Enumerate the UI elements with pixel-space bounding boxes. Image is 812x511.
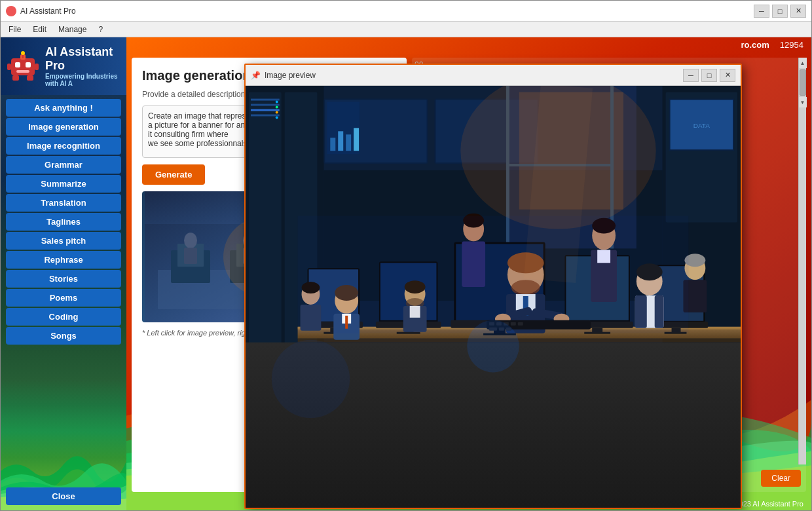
sidebar-close-area: Close [1,482,126,510]
preview-window-controls: ─ □ ✕ [683,69,735,82]
website-text: ro.com [741,40,769,50]
svg-rect-21 [184,248,197,264]
preview-close-btn[interactable]: ✕ [720,69,735,82]
svg-rect-31 [249,92,282,353]
svg-point-40 [276,116,278,119]
nav-sales-pitch[interactable]: Sales pitch [6,232,121,250]
svg-point-139 [272,340,350,418]
maximize-button[interactable]: □ [772,5,788,18]
app-panel: ro.com 12954 Image generation Provide a … [126,37,811,510]
nav-image-recognition[interactable]: Image recognition [6,137,121,155]
svg-rect-0 [11,58,35,75]
svg-point-39 [276,111,278,114]
svg-point-37 [276,101,278,104]
preview-minimize-btn[interactable]: ─ [683,69,699,82]
svg-point-38 [276,106,278,109]
preview-image-area[interactable]: DATA [246,86,741,508]
svg-text:DATA: DATA [693,122,710,129]
nav-ask-anything[interactable]: Ask anything ! [6,99,121,117]
svg-rect-33 [251,99,280,101]
nav-poems[interactable]: Poems [6,289,121,307]
nav-image-generation[interactable]: Image generation [6,118,121,136]
close-window-button[interactable]: ✕ [790,5,806,18]
title-bar: AI Assistant Pro ─ □ ✕ [1,1,811,22]
svg-rect-7 [7,64,11,70]
window-title: AI Assistant Pro [20,7,76,16]
code-text: 12954 [780,40,803,50]
svg-rect-9 [12,75,19,81]
preview-window-title: Image preview [265,71,316,80]
svg-rect-3 [16,70,29,73]
title-bar-left: AI Assistant Pro [6,6,76,16]
svg-rect-46 [346,134,351,151]
scroll-up-arrow[interactable]: ▲ [799,58,807,68]
nav-stories[interactable]: Stories [6,270,121,288]
svg-rect-47 [354,128,359,151]
sidebar-header: AI Assistant Pro Empowering Industries w… [1,37,126,95]
output-scrollbar[interactable]: ▲ ▼ [798,58,806,464]
image-preview-window: 📌 Image preview ─ □ ✕ [244,64,742,509]
sidebar-app-title: AI Assistant Pro [45,45,121,73]
nav-coding[interactable]: Coding [6,308,121,326]
sidebar-close-button[interactable]: Close [6,487,121,505]
menu-bar: File Edit Manage ? [1,22,811,37]
svg-rect-2 [26,62,31,67]
sidebar: AI Assistant Pro Empowering Industries w… [1,37,126,510]
generate-button[interactable]: Generate [142,164,205,185]
scroll-thumb[interactable] [800,69,806,96]
svg-rect-10 [27,75,33,81]
preview-maximize-btn[interactable]: □ [701,69,717,82]
nav-grammar[interactable]: Grammar [6,156,121,174]
nav-taglines[interactable]: Taglines [6,213,121,231]
menu-manage[interactable]: Manage [53,24,92,35]
svg-rect-63 [298,339,741,343]
menu-edit[interactable]: Edit [28,24,52,35]
svg-rect-35 [251,109,280,111]
app-window: AI Assistant Pro ─ □ ✕ File Edit Manage … [0,0,812,511]
robot-icon [6,49,40,83]
minimize-button[interactable]: ─ [754,5,769,18]
svg-rect-36 [251,114,280,116]
svg-rect-44 [330,138,335,151]
preview-pin-icon: 📌 [251,71,261,80]
app-top-bar: ro.com 12954 [126,37,811,52]
svg-rect-45 [338,131,343,151]
svg-rect-141 [298,216,689,333]
sidebar-title-block: AI Assistant Pro Empowering Industries w… [45,45,121,87]
svg-point-6 [21,51,25,55]
menu-help[interactable]: ? [93,24,108,35]
preview-title-bar: 📌 Image preview ─ □ ✕ [246,65,741,86]
sidebar-subtitle: Empowering Industries with AI A [45,73,121,87]
menu-file[interactable]: File [3,24,26,35]
nav-rephrase[interactable]: Rephrase [6,251,121,269]
clear-button[interactable]: Clear [761,470,801,487]
main-content: AI Assistant Pro Empowering Industries w… [1,37,811,510]
svg-rect-8 [35,64,39,70]
svg-point-20 [184,233,197,248]
nav-translation[interactable]: Translation [6,194,121,212]
svg-rect-1 [15,62,20,67]
window-controls: ─ □ ✕ [754,5,806,18]
nav-summarize[interactable]: Summarize [6,175,121,193]
preview-title-left: 📌 Image preview [251,71,316,80]
app-icon [6,6,16,16]
sidebar-nav: Ask anything ! Image generation Image re… [1,95,126,482]
scroll-down-arrow[interactable]: ▼ [799,97,807,107]
svg-rect-34 [251,104,280,106]
nav-songs[interactable]: Songs [6,327,121,345]
